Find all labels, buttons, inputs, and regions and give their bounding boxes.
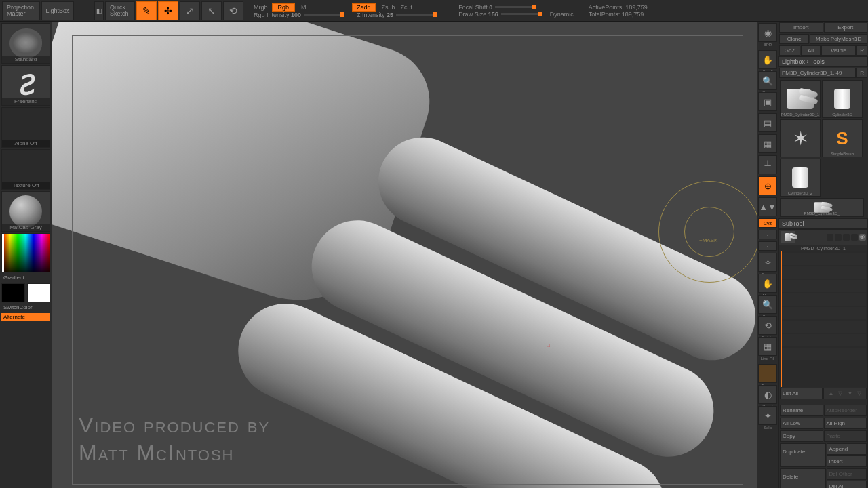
subtool-active-row[interactable]: 👁 xyxy=(779,230,867,245)
projection-master-button[interactable]: Projection Master xyxy=(2,1,40,20)
edit-button[interactable]: ✎ xyxy=(136,1,157,20)
subtool-slot[interactable] xyxy=(781,280,866,292)
draw-size-slider[interactable] xyxy=(501,13,542,15)
subtool-slot[interactable] xyxy=(781,253,866,265)
current-tool[interactable]: PM3D_Cylinder3D_1. 49 xyxy=(779,68,856,78)
mrgb-button[interactable]: Mrgb xyxy=(254,4,268,11)
stroke-selector[interactable]: ƧFreehand xyxy=(1,65,50,106)
alpha-selector[interactable]: Alpha Off xyxy=(1,107,50,148)
gradient-toggle[interactable]: Gradient xyxy=(1,274,50,282)
xyz-y[interactable]: ◦ xyxy=(758,230,777,239)
zadd-button[interactable]: Zadd xyxy=(352,3,376,12)
import-button[interactable]: Import xyxy=(779,22,823,33)
frame-button[interactable]: ✧Frame xyxy=(758,253,777,272)
list-all-button[interactable]: List All xyxy=(780,388,823,399)
switch-color-button[interactable]: SwitchColor xyxy=(1,304,50,312)
color-swatches[interactable] xyxy=(1,283,50,302)
aahalf-button[interactable]: ▤AAHalf xyxy=(758,113,777,132)
scale-button[interactable]: ⤡ xyxy=(201,1,222,20)
zsub-button[interactable]: Zsub xyxy=(382,4,395,11)
copy-button[interactable]: Copy xyxy=(780,430,823,442)
quicksketch-button[interactable]: Quick Sketch xyxy=(105,1,135,20)
subtool-arrows[interactable]: ▲▽▼▽ xyxy=(823,388,867,399)
current-tool-r[interactable]: R xyxy=(856,68,867,78)
paste-button[interactable]: Paste xyxy=(824,430,867,442)
insert-button[interactable]: Insert xyxy=(827,455,867,467)
subtool-slot[interactable] xyxy=(781,334,866,346)
goz-all-button[interactable]: All xyxy=(801,45,821,56)
rename-button[interactable]: Rename xyxy=(780,405,823,416)
lightbox-tools-header[interactable]: Lightbox › Tools xyxy=(778,56,868,67)
scale-nav-button[interactable]: 🔍Scale xyxy=(758,295,777,314)
subtool-list[interactable] xyxy=(779,251,867,387)
lsym-button[interactable]: ▲▼LSym xyxy=(758,197,777,216)
watermark: Video produced by Matt McIntosh xyxy=(79,411,270,468)
rotate-nav-button[interactable]: ⟲Rotate xyxy=(758,316,777,335)
focal-shift-slider[interactable] xyxy=(495,6,536,8)
all-high-button[interactable]: All High xyxy=(824,418,867,429)
clone-button[interactable]: Clone xyxy=(779,34,809,44)
texture-selector[interactable]: Texture Off xyxy=(1,149,50,190)
rotate-button[interactable]: ⟲ xyxy=(223,1,243,20)
delete-button[interactable]: Delete xyxy=(780,468,826,488)
floor-button[interactable]: ┴Floor xyxy=(758,155,777,174)
viewport[interactable]: +MASK □ Video produced by Matt McIntosh xyxy=(52,22,757,488)
draw-button[interactable]: ✢ xyxy=(158,1,178,20)
tool-item[interactable]: PM3D_Cylinder3D_ xyxy=(780,198,864,217)
active-points: ActivePoints: 189,759 xyxy=(589,4,648,11)
actual-button[interactable]: ▣Actual xyxy=(758,92,777,111)
del-other-button[interactable]: Del Other xyxy=(827,468,867,480)
subtool-slot[interactable] xyxy=(781,348,866,360)
total-points: TotalPoints: 189,759 xyxy=(589,11,648,18)
subtool-visibility-icons[interactable]: 👁 xyxy=(827,234,866,241)
z-intensity-slider[interactable] xyxy=(396,14,437,16)
subtool-header[interactable]: SubTool xyxy=(778,218,868,229)
cyz-button[interactable]: Cyz xyxy=(758,218,777,228)
local-button[interactable]: ⊕Local xyxy=(758,176,777,195)
zoom-button[interactable]: 🔍Zoom xyxy=(758,71,777,90)
tool-item[interactable]: ✶ xyxy=(780,119,821,157)
tool-item[interactable]: PM3D_Cylinder3D_1 xyxy=(780,80,821,118)
left-palette: Standard ƧFreehand Alpha Off Texture Off… xyxy=(0,22,52,488)
focal-shift-label: Focal Shift 0 xyxy=(458,4,492,11)
material-selector[interactable]: MatCap Gray xyxy=(1,191,50,232)
append-button[interactable]: Append xyxy=(827,443,867,455)
subtool-slot[interactable] xyxy=(781,266,866,279)
linefill-button[interactable]: ▦Line Fill xyxy=(758,337,777,356)
m-button[interactable]: M xyxy=(301,4,307,11)
subtool-slot[interactable] xyxy=(781,321,866,333)
move-nav-button[interactable]: ✋Move xyxy=(758,274,777,293)
make-polymesh-button[interactable]: Make PolyMesh3D xyxy=(810,34,867,44)
tool-item[interactable]: Cylinder3D xyxy=(822,80,863,118)
ghost-button[interactable]: ◐Ghost xyxy=(758,385,777,404)
lightbox-button[interactable]: LightBox xyxy=(41,1,74,20)
goz-visible-button[interactable]: Visible xyxy=(821,45,856,56)
quicksketch-icon[interactable]: ◧ xyxy=(94,1,104,20)
dynamic-button[interactable]: Dynamic xyxy=(550,11,574,18)
duplicate-button[interactable]: Duplicate xyxy=(780,443,826,467)
subtool-slot[interactable] xyxy=(781,307,866,319)
rgb-intensity-slider[interactable] xyxy=(304,14,344,16)
subtool-panel: 👁 PM3D_Cylinder3D_1 List All▲▽▼▽ RenameA… xyxy=(778,229,868,488)
zcut-button[interactable]: Zcut xyxy=(401,4,413,11)
export-button[interactable]: Export xyxy=(824,22,868,33)
goz-r-button[interactable]: R xyxy=(856,45,867,56)
transp-button[interactable]: Transp xyxy=(758,364,777,383)
all-low-button[interactable]: All Low xyxy=(780,418,823,429)
tool-item[interactable]: SSimpleBrush xyxy=(822,119,863,157)
rgb-button[interactable]: Rgb xyxy=(272,3,296,12)
scroll-button[interactable]: ✋Scroll xyxy=(758,50,777,69)
color-picker[interactable] xyxy=(1,233,50,272)
persp-button[interactable]: ▦Persp xyxy=(758,134,777,153)
solo-button[interactable]: ✦Solo xyxy=(758,406,777,425)
xyz-z[interactable]: ◦ xyxy=(758,241,777,251)
bpr-button[interactable]: ◉BPR xyxy=(758,23,777,42)
move-button[interactable]: ⤢ xyxy=(180,1,200,20)
tool-item[interactable]: Cylinder3D_2 xyxy=(780,159,821,197)
subtool-slot[interactable] xyxy=(781,293,866,306)
del-all-button[interactable]: Del All xyxy=(827,481,867,488)
autoreorder-button[interactable]: AutoReorder xyxy=(824,405,867,416)
brush-selector[interactable]: Standard xyxy=(1,23,50,64)
goz-button[interactable]: GoZ xyxy=(779,45,800,56)
alternate-button[interactable]: Alternate xyxy=(1,313,50,321)
